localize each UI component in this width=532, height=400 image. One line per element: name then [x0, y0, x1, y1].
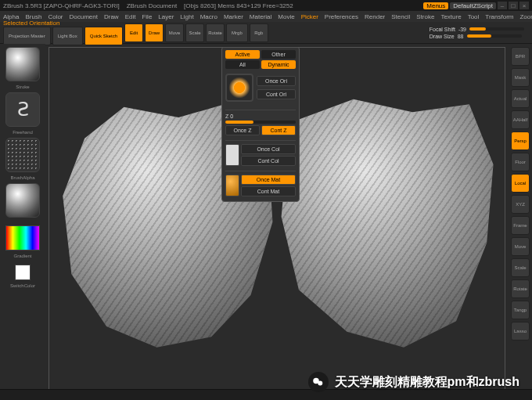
- tab-active[interactable]: Active: [225, 50, 260, 59]
- left-panel: Stroke Ƨ Freehand BrushAlpha Gradient Sw…: [0, 44, 45, 400]
- cont-ori-button[interactable]: Cont Ori: [257, 89, 296, 99]
- svg-point-1: [318, 381, 322, 386]
- right-lasso-button[interactable]: Lasso: [511, 322, 530, 341]
- right-rotate-button[interactable]: Rotate: [511, 279, 530, 298]
- mode-all[interactable]: All: [225, 60, 260, 69]
- menu-stencil[interactable]: Stencil: [391, 13, 410, 20]
- rotate-button[interactable]: Rotate: [206, 23, 225, 42]
- cont-mat-button[interactable]: Cont Mat: [241, 186, 296, 196]
- right-bpr-button[interactable]: BPR: [511, 47, 530, 66]
- right-tangp-button[interactable]: Tangp: [511, 301, 530, 319]
- toolbar: Selected Orientation Projection Master L…: [0, 22, 532, 44]
- gradient-label[interactable]: Gradient: [13, 254, 31, 258]
- menu-edit[interactable]: Edit: [125, 13, 136, 20]
- menu-movie[interactable]: Movie: [278, 13, 294, 20]
- right-xyz-button[interactable]: XYZ: [511, 195, 530, 214]
- menus-tag[interactable]: Menus: [423, 2, 448, 9]
- z-slider[interactable]: [225, 121, 296, 124]
- right-frame-button[interactable]: Frame: [511, 216, 530, 235]
- brushalpha-label: BrushAlpha: [10, 175, 34, 180]
- menu-macro[interactable]: Macro: [200, 13, 217, 20]
- watermark: 天天学雕刻精雕教程pm和zbrush: [308, 372, 519, 392]
- app-name: ZBrush 3.5R3: [3, 2, 41, 9]
- right-mask-button[interactable]: Mask: [511, 68, 530, 87]
- maximize-icon[interactable]: □: [509, 2, 518, 9]
- cont-col-button[interactable]: Cont Col: [241, 156, 296, 166]
- edit-button[interactable]: Edit: [124, 23, 143, 42]
- menu-light[interactable]: Light: [180, 13, 193, 20]
- wechat-icon: [308, 372, 329, 392]
- stroke-swatch[interactable]: Ƨ: [5, 92, 40, 127]
- lightbox-button[interactable]: Light Box: [52, 27, 83, 45]
- menu-preferences[interactable]: Preferences: [325, 13, 358, 20]
- once-z-button[interactable]: Once Z: [225, 125, 260, 135]
- switchcolor-label[interactable]: SwitchColor: [10, 283, 35, 288]
- move-button[interactable]: Move: [165, 23, 184, 42]
- menu-marker[interactable]: Marker: [224, 13, 243, 20]
- right-actual-button[interactable]: Actual: [511, 89, 530, 108]
- focal-shift-label: Focal Shift: [430, 27, 455, 32]
- menu-texture[interactable]: Texture: [440, 13, 461, 20]
- once-ori-button[interactable]: Once Ori: [257, 76, 296, 86]
- right-persp-button[interactable]: Persp: [511, 132, 530, 150]
- menu-layer[interactable]: Layer: [158, 13, 174, 20]
- menu-picker[interactable]: Picker: [301, 13, 318, 20]
- project-id: [ZAPO-QHRF-AGK3-TORI]: [44, 2, 120, 9]
- focal-shift-slider[interactable]: [469, 27, 524, 31]
- draw-size-value: 88: [458, 34, 464, 39]
- draw-size-label: Draw Size: [430, 34, 455, 39]
- right-scale-button[interactable]: Scale: [511, 258, 530, 277]
- canvas[interactable]: Active Other All Dynamic Once Ori Cont O…: [49, 47, 505, 397]
- right-local-button[interactable]: Local: [511, 174, 530, 193]
- rock-mesh-right: [277, 92, 495, 353]
- scale-button[interactable]: Scale: [185, 23, 204, 42]
- close-icon[interactable]: ×: [519, 2, 529, 9]
- draw-size-slider[interactable]: [467, 34, 522, 38]
- material-preview[interactable]: [225, 175, 239, 196]
- cont-z-button[interactable]: Cont Z: [261, 125, 296, 135]
- picker-popup: Active Other All Dynamic Once Ori Cont O…: [221, 47, 300, 202]
- minimize-icon[interactable]: –: [498, 2, 507, 9]
- freehand-label: Freehand: [13, 130, 33, 135]
- right-panel: BPRMaskActualAAHalfPerspFloorLocalXYZFra…: [509, 44, 532, 400]
- menu-zoom[interactable]: Zoom: [519, 13, 532, 20]
- menu-tool[interactable]: Tool: [468, 13, 480, 20]
- projection-master-button[interactable]: Projection Master: [3, 27, 51, 45]
- alpha-swatch[interactable]: [5, 138, 40, 172]
- color-preview[interactable]: [225, 144, 239, 166]
- menu-stroke[interactable]: Stroke: [416, 13, 434, 20]
- menu-render[interactable]: Render: [365, 13, 385, 20]
- menu-material[interactable]: Material: [250, 13, 271, 20]
- stats: [Objs 8263] Mems 843+129 Free=3252: [184, 2, 293, 9]
- once-col-button[interactable]: Once Col: [241, 144, 296, 154]
- right-floor-button[interactable]: Floor: [511, 153, 530, 171]
- focal-shift-value: -39: [458, 27, 466, 32]
- selected-orientation-label: Selected Orientation: [3, 20, 118, 27]
- quick-sketch-button[interactable]: Quick Sketch: [84, 27, 123, 45]
- once-mat-button[interactable]: Once Mat: [241, 175, 296, 185]
- rgb-button[interactable]: Rgb: [250, 23, 268, 42]
- script-tag[interactable]: DefaultZScript: [450, 2, 496, 9]
- tab-other[interactable]: Other: [261, 50, 296, 59]
- titlebar: ZBrush 3.5R3 [ZAPO-QHRF-AGK3-TORI] ZBrus…: [0, 0, 532, 11]
- right-aahalf-button[interactable]: AAHalf: [511, 110, 530, 129]
- z-label: Z 0: [225, 114, 296, 119]
- menu-transform[interactable]: Transform: [485, 13, 513, 20]
- watermark-text: 天天学雕刻精雕教程pm和zbrush: [335, 374, 519, 391]
- color-picker[interactable]: [5, 225, 40, 250]
- primary-color-swatch[interactable]: [15, 265, 31, 280]
- draw-button[interactable]: Draw: [145, 23, 164, 42]
- brush-swatch[interactable]: [5, 47, 40, 81]
- mrgb-button[interactable]: Mrgb: [226, 23, 248, 42]
- material-swatch[interactable]: [5, 183, 40, 218]
- orientation-preview[interactable]: [225, 74, 253, 102]
- stroke-label: Stroke: [16, 85, 29, 89]
- menu-file[interactable]: File: [142, 13, 152, 20]
- doc-name: ZBrush Document: [127, 2, 177, 9]
- right-move-button[interactable]: Move: [511, 237, 530, 256]
- mode-dynamic[interactable]: Dynamic: [261, 60, 296, 69]
